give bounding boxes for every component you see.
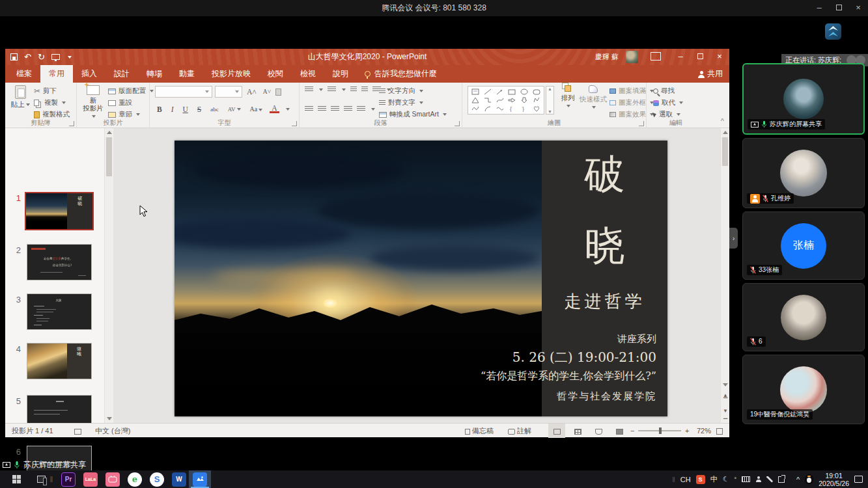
- cut-button[interactable]: ✂剪下: [34, 87, 57, 96]
- zoom-in-button[interactable]: +: [685, 424, 689, 438]
- paste-button[interactable]: 貼上: [9, 85, 31, 108]
- font-size-combobox[interactable]: [215, 86, 242, 98]
- columns-icon[interactable]: [357, 106, 365, 112]
- copy-button[interactable]: 複製: [34, 98, 66, 107]
- thumbnail-slide-3[interactable]: 大纲: [27, 293, 92, 330]
- scroll-down-arrow[interactable]: [723, 383, 728, 386]
- people-tray-icon[interactable]: [755, 476, 761, 482]
- justify-icon[interactable]: [344, 106, 352, 112]
- thumbnail-slide-4[interactable]: 微 曦: [27, 343, 92, 379]
- tab-animations[interactable]: 動畫: [171, 65, 203, 83]
- clear-formatting-icon[interactable]: [275, 88, 281, 96]
- tab-insert[interactable]: 插入: [73, 65, 105, 83]
- participant-tile-sharer[interactable]: 苏庆辉的屏幕共享: [742, 63, 865, 135]
- align-text-button[interactable]: 對齊文字: [379, 98, 423, 107]
- zoom-level[interactable]: 72%: [697, 424, 711, 438]
- participant-tile-5[interactable]: 19中醫骨傷倪鈜鴻昊: [742, 355, 865, 424]
- tab-design[interactable]: 設計: [105, 65, 138, 83]
- os-minimize-button[interactable]: –: [809, 0, 829, 16]
- taskbar-word[interactable]: W: [168, 470, 190, 488]
- ppt-restore-button[interactable]: [690, 49, 710, 65]
- replace-button[interactable]: 取代: [653, 98, 683, 107]
- ribbon-display-options-icon[interactable]: [651, 52, 661, 61]
- clipboard-dialog-launcher[interactable]: [69, 121, 74, 126]
- slide-sorter-view-button[interactable]: [569, 424, 586, 438]
- italic-button[interactable]: I: [169, 105, 176, 113]
- increase-indent-icon[interactable]: [361, 87, 368, 92]
- reading-view-button[interactable]: [590, 424, 607, 438]
- previous-slide-button[interactable]: ▲▔: [722, 393, 729, 403]
- tab-view[interactable]: 檢視: [292, 65, 324, 83]
- find-button[interactable]: 尋找: [653, 87, 675, 96]
- slide-area-scrollbar[interactable]: ▲▔ ▼▁: [720, 128, 729, 423]
- tab-home[interactable]: 常用: [40, 65, 73, 83]
- smartart-button[interactable]: 轉換成 SmartArt: [379, 110, 447, 119]
- section-button[interactable]: 章節: [108, 110, 140, 119]
- shrink-font-button[interactable]: A˅: [261, 88, 273, 95]
- thumb-scroll-up-arrow[interactable]: [107, 131, 112, 134]
- change-case-button[interactable]: Aa: [248, 105, 265, 113]
- shapes-gallery[interactable]: { }: [468, 86, 544, 115]
- slideshow-view-button[interactable]: [611, 424, 628, 438]
- fit-to-window-button[interactable]: [716, 424, 723, 438]
- account-name[interactable]: 慶輝 蘇: [595, 49, 619, 65]
- thumbnail-scrollbar[interactable]: [104, 128, 113, 423]
- taskbar-browser-s[interactable]: S: [146, 470, 168, 488]
- align-left-icon[interactable]: [305, 106, 313, 112]
- thumbnail-slide-2[interactable]: 若你是哲学系的学生, 你会学到什么?: [27, 244, 92, 280]
- qq-penguin-icon[interactable]: [805, 474, 813, 484]
- grow-font-button[interactable]: A˄: [245, 88, 259, 96]
- thumb-scroll-down-arrow[interactable]: [107, 417, 112, 420]
- share-out-icon[interactable]: [778, 476, 785, 483]
- arrange-button[interactable]: 排列: [557, 85, 578, 109]
- font-name-combobox[interactable]: [155, 86, 212, 98]
- moon-icon[interactable]: ☾: [723, 475, 729, 483]
- ppt-close-button[interactable]: ×: [710, 49, 729, 65]
- align-right-icon[interactable]: [331, 106, 339, 112]
- font-color-button[interactable]: A: [270, 105, 279, 113]
- action-center-icon[interactable]: [854, 476, 863, 483]
- slide-canvas[interactable]: 破 晓 走进哲学 讲座系列 5. 26 (二) 19:00-21:00 “若你是…: [175, 141, 667, 416]
- thumb-scrollbar-thumb[interactable]: [106, 137, 112, 176]
- os-maximize-button[interactable]: [829, 0, 848, 16]
- notes-toggle[interactable]: 備忘稿: [465, 424, 494, 438]
- language-status[interactable]: 中文 (台灣): [95, 424, 130, 438]
- touch-keyboard-icon[interactable]: [742, 476, 750, 482]
- select-button[interactable]: 選取: [653, 110, 680, 119]
- shapes-scroll-down[interactable]: ▼: [548, 109, 552, 114]
- tab-file[interactable]: 檔案: [8, 65, 40, 83]
- shapes-scroll[interactable]: ▲ ▼: [546, 86, 554, 115]
- font-dialog-launcher[interactable]: [292, 121, 297, 126]
- decrease-indent-icon[interactable]: [350, 87, 357, 92]
- format-painter-button[interactable]: 複製格式: [34, 110, 70, 119]
- new-slide-button[interactable]: 新 投影片: [81, 85, 105, 120]
- bullets-icon[interactable]: [305, 87, 313, 92]
- sogou-input-icon[interactable]: S: [696, 475, 705, 484]
- tab-help[interactable]: 說明: [324, 65, 357, 83]
- taskbar-pink-app[interactable]: LaLa: [79, 470, 102, 488]
- taskbar-premiere[interactable]: Pr: [57, 470, 79, 488]
- taskbar-bilibili[interactable]: [102, 470, 124, 488]
- tab-slideshow[interactable]: 投影片放映: [203, 65, 259, 83]
- paragraph-dialog-launcher[interactable]: [455, 121, 460, 126]
- comments-toggle[interactable]: 註解: [508, 424, 531, 438]
- scrollbar-thumb[interactable]: [722, 137, 728, 166]
- align-center-icon[interactable]: [318, 106, 326, 112]
- strikethrough-button[interactable]: S: [195, 105, 203, 113]
- participant-tile-2[interactable]: 孔维婷: [742, 138, 865, 208]
- thumbnail-slide-1[interactable]: 破 晓: [25, 192, 94, 230]
- scroll-up-arrow[interactable]: [723, 131, 728, 134]
- drawing-dialog-launcher[interactable]: [639, 121, 644, 126]
- av-spacing-button[interactable]: AV: [226, 106, 243, 113]
- sidebar-collapse-handle[interactable]: ›: [729, 228, 738, 249]
- participant-tile-3[interactable]: 张楠 33张楠: [742, 211, 865, 280]
- quick-styles-button[interactable]: 快速樣式: [580, 85, 607, 111]
- clock[interactable]: 19:01 2020/5/26: [819, 472, 849, 487]
- tray-language-zh[interactable]: 中: [710, 474, 718, 484]
- settings-wrench-icon[interactable]: [766, 476, 773, 483]
- tab-transitions[interactable]: 轉場: [138, 65, 171, 83]
- share-button[interactable]: 共用: [698, 65, 723, 83]
- os-close-button[interactable]: ×: [848, 0, 868, 16]
- shapes-scroll-up[interactable]: ▲: [548, 87, 552, 91]
- text-direction-button[interactable]: 文字方向: [379, 87, 423, 96]
